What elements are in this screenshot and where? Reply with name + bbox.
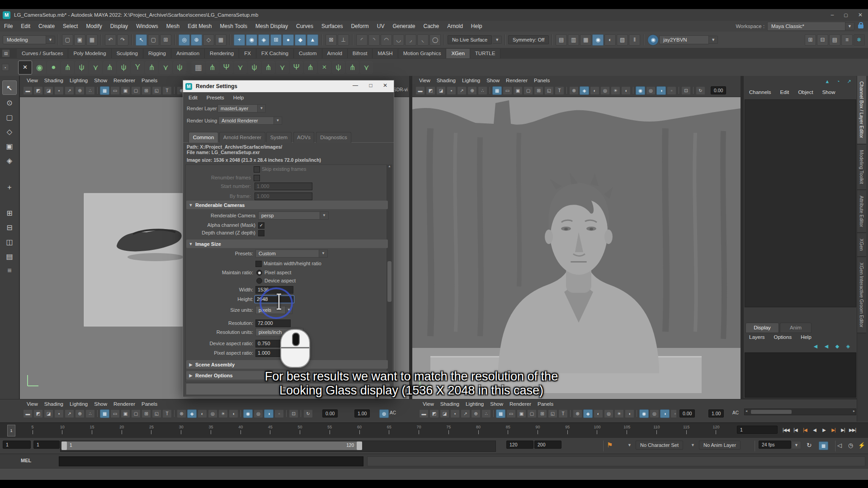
shelf-tab[interactable]: MASH: [373, 49, 398, 58]
viewport-icon[interactable]: T: [555, 86, 564, 95]
shelf-menu-icon[interactable]: ▤: [2, 49, 10, 57]
resolution-field[interactable]: 72.000: [255, 319, 291, 327]
shelf-tab[interactable]: Bifrost: [348, 49, 373, 58]
menu-item[interactable]: Edit: [17, 21, 34, 32]
bookmark-key-icon[interactable]: ⚑: [607, 441, 613, 449]
viewport-icon[interactable]: [241, 410, 241, 417]
viewport-icon[interactable]: ◈: [580, 86, 589, 95]
animation-prefs-icon[interactable]: ▦: [819, 441, 828, 450]
viewport-menu-item[interactable]: Panels: [534, 400, 557, 408]
viewport-icon[interactable]: ∴: [478, 86, 487, 95]
viewport-icon[interactable]: ⊡: [289, 409, 298, 418]
viewport-icon[interactable]: ◐: [198, 409, 207, 418]
viewport-icon[interactable]: ◎: [254, 409, 263, 418]
layout-icon[interactable]: ⊞: [805, 34, 816, 46]
render-icon[interactable]: ▤: [556, 34, 567, 46]
viewport-icon[interactable]: [490, 87, 490, 94]
shelf-tool-icon[interactable]: ⋔: [145, 61, 158, 74]
viewport-icon[interactable]: ▬: [23, 409, 33, 418]
tool-icon[interactable]: ▣: [3, 139, 16, 153]
viewport-icon[interactable]: [679, 87, 679, 94]
shelf-tool-icon[interactable]: ⋔: [206, 61, 219, 74]
render-icon[interactable]: ◐: [604, 34, 616, 46]
modeling-toggle-icon[interactable]: ▲: [307, 34, 318, 46]
viewport-icon[interactable]: [693, 87, 693, 94]
shelf-tool-icon[interactable]: ⋎: [360, 61, 373, 74]
sidebar-vertical-tab[interactable]: Attribute Editor: [857, 190, 866, 233]
viewport-menu-item[interactable]: Renderer: [110, 400, 138, 408]
viewport-icon[interactable]: ◩: [426, 86, 435, 95]
playback-button[interactable]: ▶|: [829, 425, 838, 435]
viewport-icon[interactable]: ▦: [100, 86, 109, 95]
viewport-icon[interactable]: [566, 87, 567, 94]
file-op-icon[interactable]: ▦: [86, 34, 98, 46]
layout-shortcut-icon[interactable]: ◫: [3, 235, 16, 249]
viewport-menu-item[interactable]: Lighting: [66, 400, 91, 408]
skip-existing-checkbox[interactable]: [254, 166, 260, 173]
viewport-icon[interactable]: [97, 410, 98, 417]
viewport-icon[interactable]: ☀: [611, 86, 620, 95]
viewport-icon[interactable]: ◑: [264, 409, 274, 418]
tool-icon[interactable]: ▢: [3, 110, 16, 124]
viewport-icon[interactable]: ▢: [131, 86, 141, 95]
shelf-tool-icon[interactable]: Y: [131, 61, 144, 74]
anim-layer-field[interactable]: No Anim Layer: [699, 441, 741, 450]
anim-end-field[interactable]: 200: [534, 441, 561, 449]
viewport-icon[interactable]: ⊞: [142, 86, 151, 95]
tool-icon[interactable]: +: [3, 181, 16, 194]
start-number-field[interactable]: 1.000: [255, 183, 312, 190]
rs-tab-common[interactable]: Common: [189, 132, 218, 143]
rs-tab-arnold-renderer[interactable]: Arnold Renderer: [219, 132, 265, 143]
curve-icon[interactable]: ◠: [381, 34, 392, 46]
character-set-arrow[interactable]: ▼: [627, 443, 632, 447]
shelf-tab[interactable]: Sculpting: [112, 49, 143, 58]
mel-label[interactable]: MEL: [21, 458, 31, 463]
viewport-icon[interactable]: ▭: [110, 86, 120, 95]
selection-mode-icon[interactable]: ▢: [148, 34, 159, 46]
layout-shortcut-icon[interactable]: ≡: [3, 264, 16, 277]
file-op-icon[interactable]: ▢: [62, 34, 73, 46]
viewport-icon[interactable]: ▣: [121, 409, 130, 418]
modeling-toggle-icon[interactable]: ●: [283, 34, 294, 46]
viewport-icon[interactable]: ⊗: [177, 409, 186, 418]
menu-item[interactable]: Mesh Tools: [216, 21, 251, 32]
viewport-menu-item[interactable]: Renderer: [506, 400, 534, 408]
shelf-tool-icon[interactable]: ⋔: [262, 61, 275, 74]
viewport-icon[interactable]: ☀: [614, 409, 624, 418]
viewport-icon[interactable]: ◎: [208, 409, 217, 418]
viewport-icon[interactable]: ▭: [506, 409, 516, 418]
viewport-menu-item[interactable]: Renderer: [110, 77, 138, 84]
menu-item[interactable]: Help: [467, 21, 486, 32]
range-slider-track[interactable]: 1 120: [60, 441, 496, 452]
viewport-icon[interactable]: ◖: [229, 409, 238, 418]
channel-menu-item[interactable]: Object: [793, 88, 817, 97]
live-surface-field[interactable]: No Live Surface: [448, 35, 492, 44]
curve-icon[interactable]: ◞: [405, 34, 416, 46]
mute-audio-icon[interactable]: ◁: [837, 442, 842, 449]
current-time-marker[interactable]: 1: [7, 425, 15, 436]
by-frame-field[interactable]: 1.000: [255, 192, 312, 200]
render-icon[interactable]: ▦: [580, 34, 591, 46]
scroll-right-arrow[interactable]: ▸: [853, 409, 855, 413]
menu-item[interactable]: Generate: [388, 21, 419, 32]
undo-redo-icon[interactable]: ↶: [105, 34, 116, 46]
viewport-icon[interactable]: ▫: [667, 86, 676, 95]
viewport-icon[interactable]: ◱: [152, 86, 161, 95]
viewport-icon[interactable]: ▢: [524, 86, 533, 95]
symmetry-field[interactable]: Symmetry: Off: [508, 35, 549, 44]
menu-item[interactable]: Mesh: [162, 21, 184, 32]
render-icon[interactable]: ‖: [629, 34, 640, 46]
shelf-tool-icon[interactable]: ψ: [173, 61, 186, 74]
viewport-icon[interactable]: ↻: [303, 409, 313, 418]
viewport-icon[interactable]: ∴: [85, 86, 95, 95]
selection-mode-icon[interactable]: ⊞: [160, 34, 171, 46]
shelf-tab[interactable]: Arnold: [322, 49, 348, 58]
viewport-menu-item[interactable]: View: [24, 77, 41, 84]
shelf-tab[interactable]: Poly Modeling: [68, 49, 111, 58]
render-using-dropdown[interactable]: Arnold Renderer: [218, 117, 279, 125]
shelf-tool-icon[interactable]: [187, 61, 191, 74]
playback-button[interactable]: |◀: [791, 425, 800, 435]
layout-icon[interactable]: ⊟: [817, 34, 828, 46]
user-account-dropdown[interactable]: jay2YBVN: [659, 35, 709, 44]
playback-button[interactable]: |◀: [800, 425, 810, 435]
